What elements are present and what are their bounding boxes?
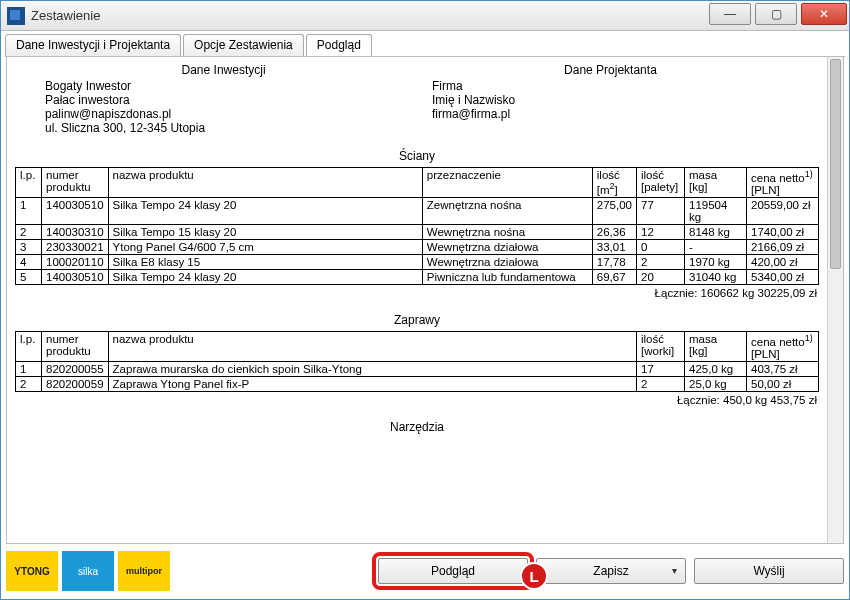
mortars-table: l.p. numer produktu nazwa produktu ilość…: [15, 331, 819, 392]
mortars-summary: Łącznie: 450,0 kg 453,75 zł: [15, 394, 819, 406]
col-worki: ilość[worki]: [637, 331, 685, 361]
footer-buttons: Podgląd Zapisz Wyślij: [378, 558, 844, 584]
callout-badge: L: [520, 562, 548, 590]
minimize-button[interactable]: —: [709, 3, 751, 25]
tools-title: Narzędzia: [15, 420, 819, 434]
scroll-thumb[interactable]: [830, 59, 841, 269]
investment-line: Pałac inwestora: [45, 93, 402, 107]
multipor-logo: multipor: [118, 551, 170, 591]
table-row: 3230330021Ytong Panel G4/600 7,5 cmWewnę…: [16, 239, 819, 254]
app-icon: [7, 7, 25, 25]
walls-title: Ściany: [15, 149, 819, 163]
walls-table: l.p. numer produktu nazwa produktu przez…: [15, 167, 819, 285]
ytong-logo: YTONG: [6, 551, 58, 591]
col-masa: masa[kg]: [685, 331, 747, 361]
silka-logo: silka: [62, 551, 114, 591]
table-row: 2820200059Zaprawa Ytong Panel fix-P225,0…: [16, 376, 819, 391]
save-button[interactable]: Zapisz: [536, 558, 686, 584]
content-panel: Dane Inwestycji Bogaty Inwestor Pałac in…: [6, 56, 844, 544]
tab-investment-data[interactable]: Dane Inwestycji i Projektanta: [5, 34, 181, 57]
table-row: 1140030510Silka Tempo 24 klasy 20Zewnętr…: [16, 197, 819, 224]
window-title: Zestawienie: [31, 8, 707, 23]
col-numer: numer produktu: [42, 331, 109, 361]
table-row: 4100020110Silka E8 klasy 15Wewnętrzna dz…: [16, 254, 819, 269]
col-palety: ilość[palety]: [637, 168, 685, 198]
mortars-title: Zaprawy: [15, 313, 819, 327]
walls-summary: Łącznie: 160662 kg 30225,09 zł: [15, 287, 819, 299]
col-nazwa: nazwa produktu: [108, 331, 636, 361]
titlebar: Zestawienie — ▢ ✕: [1, 1, 849, 31]
tabs: Dane Inwestycji i Projektanta Opcje Zest…: [5, 33, 845, 57]
designer-heading: Dane Projektanta: [432, 63, 789, 77]
col-masa: masa[kg]: [685, 168, 747, 198]
footer: YTONG silka multipor Podgląd Zapisz Wyśl…: [6, 548, 844, 594]
col-lp: l.p.: [16, 331, 42, 361]
designer-line: firma@firma.pl: [432, 107, 789, 121]
col-cena: cena netto1)[PLN]: [747, 168, 819, 198]
preview-button[interactable]: Podgląd: [378, 558, 528, 584]
send-button[interactable]: Wyślij: [694, 558, 844, 584]
col-nazwa: nazwa produktu: [108, 168, 422, 198]
close-button[interactable]: ✕: [801, 3, 847, 25]
tab-options[interactable]: Opcje Zestawienia: [183, 34, 304, 57]
investment-heading: Dane Inwestycji: [45, 63, 402, 77]
col-przez: przeznaczenie: [422, 168, 592, 198]
col-cena: cena netto1)[PLN]: [747, 331, 819, 361]
table-row: 5140030510Silka Tempo 24 klasy 20Piwnicz…: [16, 269, 819, 284]
window-controls: — ▢ ✕: [707, 1, 849, 30]
col-lp: l.p.: [16, 168, 42, 198]
maximize-button[interactable]: ▢: [755, 3, 797, 25]
table-row: 2140030310Silka Tempo 15 klasy 20Wewnętr…: [16, 224, 819, 239]
table-row: 1820200055Zaprawa murarska do cienkich s…: [16, 361, 819, 376]
tab-preview[interactable]: Podgląd: [306, 34, 372, 57]
col-m2: ilość[m2]: [592, 168, 636, 198]
investment-line: Bogaty Inwestor: [45, 79, 402, 93]
col-numer: numer produktu: [42, 168, 109, 198]
investment-line: ul. Sliczna 300, 12-345 Utopia: [45, 121, 402, 135]
designer-line: Imię i Nazwisko: [432, 93, 789, 107]
designer-info: Dane Projektanta Firma Imię i Nazwisko f…: [432, 63, 789, 135]
investment-line: palinw@napiszdonas.pl: [45, 107, 402, 121]
scroll-area: Dane Inwestycji Bogaty Inwestor Pałac in…: [7, 57, 827, 543]
investment-info: Dane Inwestycji Bogaty Inwestor Pałac in…: [45, 63, 402, 135]
brand-logos: YTONG silka multipor: [6, 551, 170, 591]
designer-line: Firma: [432, 79, 789, 93]
scrollbar[interactable]: [827, 57, 843, 543]
